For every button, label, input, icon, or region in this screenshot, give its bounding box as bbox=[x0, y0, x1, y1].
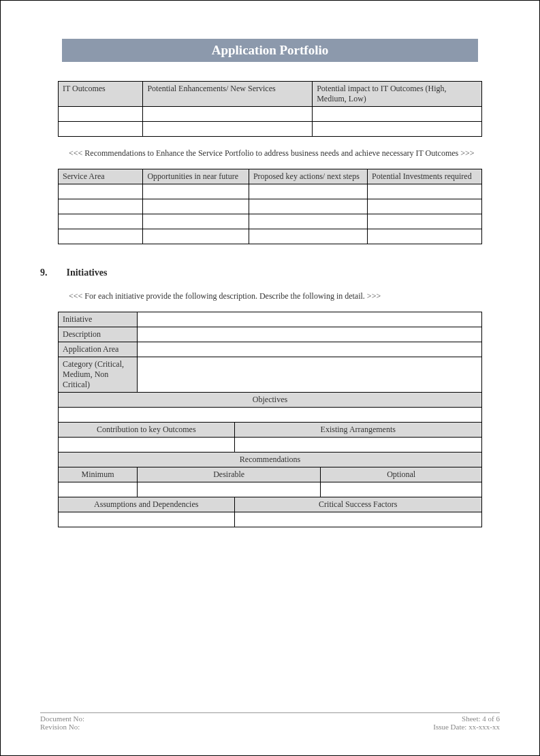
row-app-area: Application Area bbox=[59, 342, 138, 357]
th-opportunities: Opportunities in near future bbox=[143, 169, 249, 184]
th-investments: Potential Investments required bbox=[368, 169, 482, 184]
row-description: Description bbox=[59, 327, 138, 342]
th-actions: Proposed key actions/ next steps bbox=[249, 169, 367, 184]
row-objectives: Objectives bbox=[59, 392, 482, 407]
row-minimum: Minimum bbox=[59, 467, 138, 482]
footer-sheet: Sheet: 4 of 6 bbox=[433, 714, 500, 723]
th-impact: Potential impact to IT Outcomes (High, M… bbox=[313, 82, 482, 107]
outcomes-table: IT Outcomes Potential Enhancements/ New … bbox=[58, 81, 482, 137]
initiative-note: <<< For each initiative provide the foll… bbox=[69, 291, 482, 302]
th-enhancements: Potential Enhancements/ New Services bbox=[143, 82, 313, 107]
table-row bbox=[59, 122, 482, 137]
section-9-heading: 9. Initiatives bbox=[40, 267, 500, 278]
th-it-outcomes: IT Outcomes bbox=[59, 82, 143, 107]
page-footer: Document No: Revision No: Sheet: 4 of 6 … bbox=[40, 712, 500, 731]
table-row bbox=[59, 184, 482, 199]
footer-doc-no: Document No: bbox=[40, 714, 84, 723]
table-row bbox=[59, 107, 482, 122]
initiative-table: Initiative Description Application Area … bbox=[58, 312, 482, 527]
row-assumptions: Assumptions and Dependencies bbox=[59, 497, 235, 512]
row-csf: Critical Success Factors bbox=[234, 497, 481, 512]
th-service-area: Service Area bbox=[59, 169, 143, 184]
row-initiative: Initiative bbox=[59, 312, 138, 327]
table-row bbox=[59, 214, 482, 229]
row-contribution: Contribution to key Outcomes bbox=[59, 422, 235, 437]
row-existing: Existing Arrangements bbox=[234, 422, 481, 437]
footer-issue-date: Issue Date: xx-xxx-xx bbox=[433, 723, 500, 731]
footer-rev-no: Revision No: bbox=[40, 723, 84, 731]
table-row bbox=[59, 199, 482, 214]
table-row bbox=[59, 229, 482, 244]
page-title: Application Portfolio bbox=[62, 39, 478, 62]
row-optional: Optional bbox=[321, 467, 482, 482]
row-category: Category (Critical, Medium, Non Critical… bbox=[59, 357, 138, 392]
service-portfolio-table: Service Area Opportunities in near futur… bbox=[58, 169, 482, 244]
section-title: Initiatives bbox=[67, 267, 108, 278]
row-desirable: Desirable bbox=[138, 467, 321, 482]
row-recommendations: Recommendations bbox=[59, 452, 482, 467]
section-number: 9. bbox=[40, 267, 48, 278]
recommendations-note: <<< Recommendations to Enhance the Servi… bbox=[69, 148, 482, 159]
